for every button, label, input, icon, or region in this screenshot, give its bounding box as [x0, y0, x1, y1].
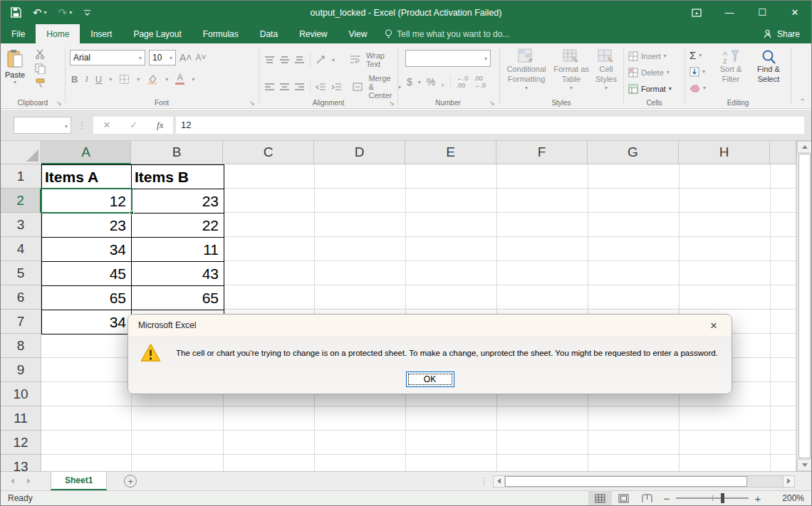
- tab-view[interactable]: View: [338, 24, 378, 43]
- row-header-10[interactable]: 10: [1, 382, 41, 406]
- font-size-combo[interactable]: 10▾: [149, 50, 176, 65]
- delete-cells-button[interactable]: Delete▾: [628, 64, 672, 80]
- scroll-left-icon[interactable]: [493, 475, 505, 487]
- fill-button[interactable]: ▾: [689, 65, 706, 78]
- maximize-button[interactable]: ☐: [746, 1, 779, 24]
- underline-button[interactable]: U: [95, 74, 102, 85]
- decrease-decimal-icon[interactable]: .00→.0: [474, 75, 486, 89]
- undo-button[interactable]: ↶▾: [33, 7, 47, 18]
- insert-function-icon[interactable]: fx: [157, 120, 163, 131]
- bottom-align-icon[interactable]: [295, 56, 304, 64]
- tab-insert[interactable]: Insert: [80, 24, 123, 43]
- autosum-button[interactable]: Σ▾: [689, 48, 706, 62]
- new-sheet-icon[interactable]: +: [124, 475, 137, 487]
- borders-icon[interactable]: [119, 74, 130, 85]
- comma-format-button[interactable]: ,: [441, 75, 444, 88]
- sort-filter-button[interactable]: AZ Sort & Filter: [714, 49, 748, 85]
- scroll-right-icon[interactable]: [783, 475, 795, 487]
- row-header-1[interactable]: 1: [1, 164, 41, 189]
- number-format-combo[interactable]: ▾: [405, 50, 491, 67]
- row-header-5[interactable]: 5: [1, 261, 41, 285]
- cell-A3[interactable]: 23: [42, 214, 132, 238]
- cell-B1[interactable]: Items B: [132, 165, 224, 189]
- column-header-d[interactable]: D: [314, 141, 405, 164]
- zoom-level[interactable]: 200%: [769, 493, 804, 503]
- format-as-table-button[interactable]: Format as Table ▾: [551, 48, 591, 91]
- row-header-13[interactable]: 13: [1, 455, 41, 471]
- column-header-partial[interactable]: [770, 141, 796, 164]
- scroll-down-icon[interactable]: [797, 459, 812, 471]
- align-left-icon[interactable]: [265, 83, 274, 91]
- cell-A7[interactable]: 34: [42, 310, 132, 334]
- row-header-2[interactable]: 2: [1, 189, 41, 213]
- row-header-7[interactable]: 7: [1, 310, 41, 334]
- column-header-h[interactable]: H: [679, 141, 770, 164]
- vertical-scrollbar[interactable]: [796, 141, 812, 471]
- cell-styles-button[interactable]: Cell Styles ▾: [591, 48, 621, 91]
- name-box[interactable]: ▾: [14, 117, 71, 134]
- horizontal-scrollbar[interactable]: [493, 475, 795, 487]
- zoom-in-icon[interactable]: +: [750, 492, 766, 505]
- collapse-ribbon-icon[interactable]: ⌃: [800, 97, 806, 105]
- cell-B5[interactable]: 43: [132, 262, 224, 286]
- tell-me-box[interactable]: Tell me what you want to do...: [385, 24, 509, 43]
- customize-qat-button[interactable]: [83, 9, 91, 16]
- zoom-slider[interactable]: [676, 497, 749, 499]
- italic-button[interactable]: I: [85, 73, 88, 85]
- alignment-dialog-launcher-icon[interactable]: ⇘: [389, 100, 395, 107]
- cell-B3[interactable]: 22: [132, 214, 224, 238]
- zoom-slider-thumb[interactable]: [721, 493, 724, 503]
- vertical-scroll-thumb[interactable]: [798, 154, 811, 458]
- tab-review[interactable]: Review: [288, 24, 338, 43]
- redo-button[interactable]: ↷▾: [58, 7, 73, 18]
- bold-button[interactable]: B: [71, 74, 78, 85]
- scroll-up-icon[interactable]: [797, 141, 812, 153]
- ok-button[interactable]: OK: [406, 371, 454, 387]
- cell-A6[interactable]: 65: [42, 286, 132, 310]
- confirm-entry-icon[interactable]: ✓: [130, 120, 137, 130]
- row-header-9[interactable]: 9: [1, 358, 41, 382]
- paste-button[interactable]: Paste ▾: [5, 49, 25, 85]
- dialog-close-icon[interactable]: ×: [706, 320, 722, 332]
- wrap-text-label[interactable]: Wrap Text: [366, 51, 397, 68]
- format-painter-icon[interactable]: [35, 78, 46, 88]
- ribbon-display-options-icon[interactable]: [680, 1, 713, 24]
- increase-indent-icon[interactable]: [331, 83, 341, 91]
- increase-font-size-icon[interactable]: A˄: [179, 52, 192, 63]
- conditional-formatting-button[interactable]: ≠ Conditional Formatting ▾: [503, 48, 550, 91]
- tab-home[interactable]: Home: [36, 24, 80, 43]
- align-right-icon[interactable]: [295, 83, 304, 91]
- column-header-e[interactable]: E: [405, 141, 496, 164]
- formula-input[interactable]: 12: [176, 117, 804, 134]
- cell-A1[interactable]: Items A: [42, 165, 132, 189]
- tab-page-layout[interactable]: Page Layout: [123, 24, 192, 43]
- previous-sheet-icon[interactable]: [11, 478, 14, 484]
- font-name-combo[interactable]: Arial▾: [70, 50, 145, 65]
- share-button[interactable]: Share: [752, 24, 811, 43]
- align-center-icon[interactable]: [280, 83, 289, 91]
- insert-cells-button[interactable]: Insert▾: [628, 48, 672, 64]
- format-cells-button[interactable]: Format▾: [628, 80, 672, 97]
- cell-B4[interactable]: 11: [132, 238, 224, 262]
- clipboard-dialog-launcher-icon[interactable]: ⇘: [56, 100, 62, 107]
- font-dialog-launcher-icon[interactable]: ⇘: [249, 100, 255, 107]
- column-header-b[interactable]: B: [131, 141, 223, 164]
- horizontal-scroll-thumb[interactable]: [505, 476, 747, 487]
- font-color-icon[interactable]: A: [175, 73, 184, 85]
- clear-button[interactable]: ▾: [689, 81, 706, 95]
- increase-decimal-icon[interactable]: ←.0.00: [457, 75, 469, 89]
- row-header-6[interactable]: 6: [1, 285, 41, 310]
- column-header-a[interactable]: A: [41, 141, 131, 164]
- tab-formulas[interactable]: Formulas: [192, 24, 249, 43]
- top-align-icon[interactable]: [265, 56, 274, 64]
- number-dialog-launcher-icon[interactable]: ⇘: [489, 100, 495, 107]
- minimize-button[interactable]: —: [713, 1, 746, 24]
- wrap-text-icon[interactable]: [350, 56, 360, 64]
- middle-align-icon[interactable]: [280, 56, 289, 64]
- page-break-view-icon[interactable]: [635, 490, 659, 506]
- row-header-11[interactable]: 11: [1, 406, 41, 431]
- sheet-tab-sheet1[interactable]: Sheet1: [51, 472, 107, 490]
- tab-data[interactable]: Data: [249, 24, 288, 43]
- orientation-icon[interactable]: [316, 56, 326, 64]
- row-header-3[interactable]: 3: [1, 213, 41, 237]
